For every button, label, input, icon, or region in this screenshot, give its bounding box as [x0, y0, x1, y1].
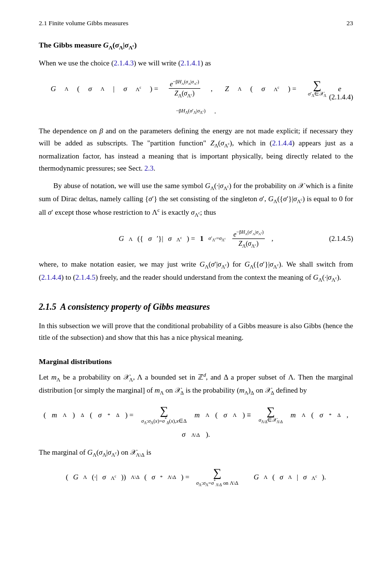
- link-2143[interactable]: 2.1.4.3: [114, 59, 134, 67]
- page-header: 2.1 Finite volume Gibbs measures 23: [39, 19, 353, 27]
- header-right: 23: [347, 19, 354, 27]
- para-notation-easier: where, to make notation easier, we may j…: [39, 258, 353, 285]
- equation-marginal-G: (GΛ(·|σΛc))Λ\Δ(σ*Λ\Δ) = ∑ σΛ:σΛ=σ*Λ\Δ on…: [39, 467, 353, 487]
- header-left: 2.1 Finite volume Gibbs measures: [39, 19, 129, 27]
- equation-marginal: (mΛ)Δ(σ*Δ) = ∑ σΛ:σΛ(x)=σ*Δ(x),x∈Δ mΛ(σΛ…: [39, 405, 353, 439]
- para-choice: When we use the choice (2.1.4.3) we will…: [39, 57, 353, 69]
- para-abuse: By abuse of notation, we will use the sa…: [39, 180, 353, 219]
- link-2141[interactable]: 2.1.4.1: [180, 59, 200, 67]
- para-marginal-def: Let mΛ be a probability on 𝒳Λ, Λ a bound…: [39, 371, 353, 397]
- subsection-marginal: Marginal distributions: [39, 357, 353, 366]
- eq-number-2144: (2.1.4.4): [329, 93, 353, 101]
- page: 2.1 Finite volume Gibbs measures 23 The …: [0, 0, 388, 588]
- link-2145[interactable]: 2.1.4.5: [75, 273, 95, 281]
- section-title-gibbs: The Gibbs measure GΛ(σΛ|σΛc): [39, 41, 353, 50]
- eq-number-2145: (2.1.4.5): [329, 235, 353, 243]
- link-sect23[interactable]: 2.3: [145, 164, 154, 172]
- para-subsection-intro: In this subsection we will prove that th…: [39, 320, 353, 344]
- equation-2145: GΛ({σ′}|σΛc) = 1σ′Λc=σΛc e−βHΛ(σ′Λ|σΛc) …: [39, 229, 353, 249]
- para-dependence: The dependence on β and on the parameter…: [39, 125, 353, 174]
- link-2144b[interactable]: 2.1.4.4: [41, 273, 61, 281]
- link-2144a[interactable]: 2.1.4.4: [272, 139, 292, 147]
- section-heading-215: 2.1.5 A consistency property of Gibbs me…: [39, 302, 353, 312]
- equation-2144: GΛ(σΛ|σΛc) = e−βHΛ(σΛ|σΛc) ZΛ(σΛc) , ZΛ(…: [39, 79, 353, 115]
- para-marginal-G: The marginal of GΛ(σΛ|σΛc) on 𝒳Λ\Δ is: [39, 446, 353, 460]
